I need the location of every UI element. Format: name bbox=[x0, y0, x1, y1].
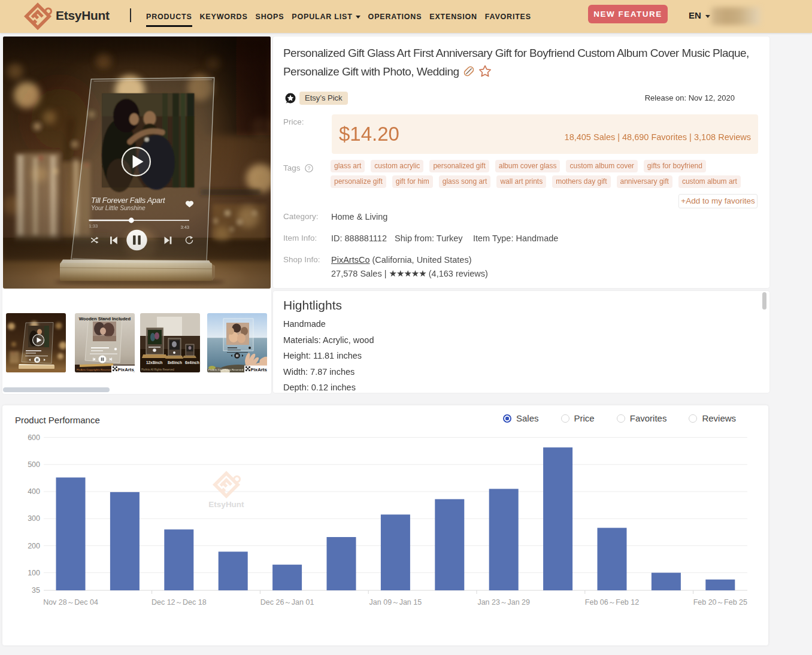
svg-text:PixArts Copyrights Reserved: PixArts Copyrights Reserved bbox=[208, 368, 243, 371]
svg-text:?: ? bbox=[308, 165, 311, 171]
svg-text:6x4inch: 6x4inch bbox=[185, 360, 199, 365]
svg-text:8x6inch: 8x6inch bbox=[168, 360, 182, 365]
svg-text:PixArts: PixArts bbox=[251, 367, 268, 372]
svg-text:Wooden Stand Included: Wooden Stand Included bbox=[79, 316, 131, 322]
svg-text:PixArts: PixArts bbox=[118, 367, 135, 372]
svg-text:PixArts Copyrights Reserved: PixArts Copyrights Reserved bbox=[77, 368, 113, 371]
svg-text:PixArts All Rights Reserved: PixArts All Rights Reserved bbox=[141, 368, 174, 371]
svg-text:35: 35 bbox=[32, 586, 40, 595]
svg-text:Jan 23～Jan 29: Jan 23～Jan 29 bbox=[477, 598, 530, 607]
svg-text:200: 200 bbox=[28, 542, 40, 550]
svg-text:Dec 26～Jan 01: Dec 26～Jan 01 bbox=[260, 598, 314, 607]
svg-text:Nov 28～Dec 04: Nov 28～Dec 04 bbox=[43, 598, 98, 607]
svg-text:EtsyHunt: EtsyHunt bbox=[208, 500, 244, 509]
svg-text:300: 300 bbox=[28, 514, 40, 523]
svg-text:500: 500 bbox=[28, 460, 40, 469]
svg-text:400: 400 bbox=[28, 487, 40, 496]
svg-text:600: 600 bbox=[28, 433, 40, 442]
svg-text:Feb 20～Feb 25: Feb 20～Feb 25 bbox=[693, 598, 747, 607]
svg-text:100: 100 bbox=[28, 569, 40, 577]
svg-text:12x8inch: 12x8inch bbox=[146, 360, 162, 365]
svg-text:Jan 09～Jan 15: Jan 09～Jan 15 bbox=[369, 598, 422, 607]
svg-text:Dec 12～Dec 18: Dec 12～Dec 18 bbox=[152, 598, 207, 607]
svg-text:Feb 06～Feb 12: Feb 06～Feb 12 bbox=[585, 598, 639, 607]
